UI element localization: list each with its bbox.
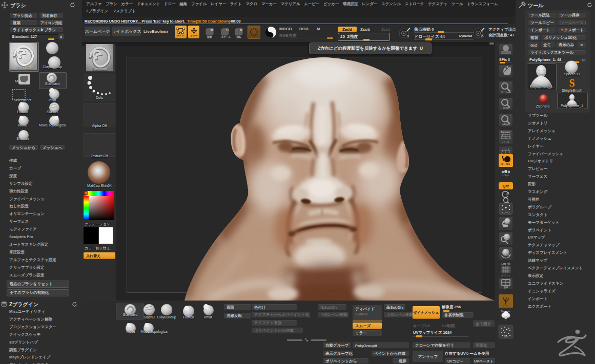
svg-text:移動: 移動 (207, 36, 212, 38)
svg-text:移動: 移動 (503, 227, 509, 229)
svg-text:S: S (226, 28, 229, 32)
svg-text:ローカル: ローカル (501, 163, 511, 165)
svg-text:回転: 回転 (504, 256, 509, 260)
svg-text:スクロール: スクロール (500, 74, 512, 77)
svg-text:S: S (569, 77, 575, 89)
svg-text:S: S (407, 35, 409, 38)
svg-text:フレーム: フレーム (501, 211, 511, 214)
svg-text:ズーム3D: ズーム3D (501, 242, 511, 245)
svg-text:透視: 透視 (504, 286, 509, 289)
svg-text:Dynamic: Dynamic (501, 131, 511, 134)
svg-text:回転: 回転 (236, 35, 241, 38)
svg-text:スケール: スケール (221, 36, 231, 38)
svg-text:SPix 3: SPix 3 (499, 58, 510, 61)
svg-text:AAHalf: AAHalf (502, 123, 510, 126)
svg-text:L.Sym: L.Sym (503, 174, 509, 177)
svg-text:100%: 100% (503, 106, 509, 110)
svg-text:グリッド: グリッド (501, 274, 510, 277)
svg-text:Line Fill: Line Fill (501, 263, 510, 265)
svg-text:ドロー: ドロー (190, 34, 197, 37)
svg-text:M: M (211, 28, 214, 32)
svg-text:ズーム3D: ズーム3D (501, 91, 511, 93)
svg-text:エディット: エディット (176, 34, 185, 37)
svg-text:3d: 3d (504, 318, 507, 322)
svg-text:ZRz: ZRz (504, 335, 508, 338)
svg-text:パース: パース (502, 141, 509, 143)
svg-text:R: R (240, 28, 242, 32)
svg-text:Qrz: Qrz (503, 184, 509, 188)
svg-text:D: D (481, 35, 484, 38)
svg-text:ドット: ドット (502, 305, 509, 307)
